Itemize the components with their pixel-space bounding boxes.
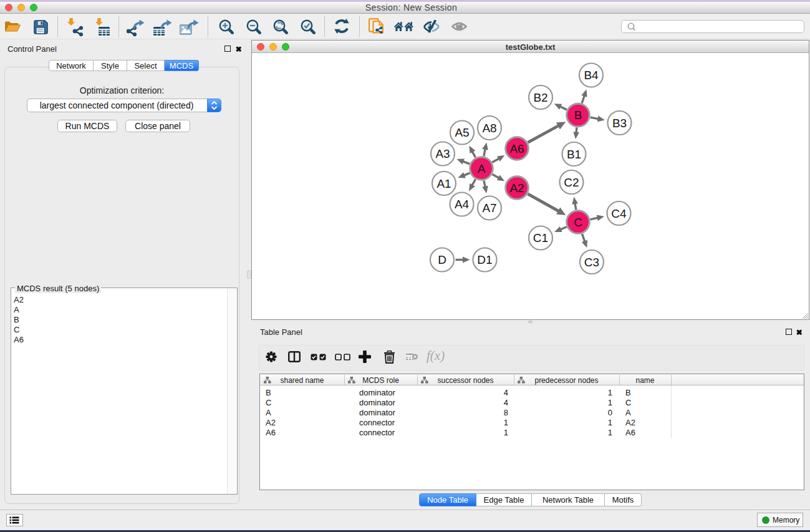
svg-text:D1: D1 (477, 253, 492, 266)
svg-text:A2: A2 (509, 181, 524, 195)
svg-text:A8: A8 (482, 122, 496, 135)
svg-text:C1: C1 (533, 231, 548, 244)
svg-text:B3: B3 (612, 117, 627, 130)
svg-text:A1: A1 (436, 177, 451, 190)
svg-text:B2: B2 (533, 91, 547, 104)
svg-text:A3: A3 (435, 147, 450, 160)
svg-text:C3: C3 (584, 256, 599, 269)
svg-text:A4: A4 (455, 198, 470, 211)
svg-text:A: A (478, 162, 486, 175)
svg-text:B1: B1 (567, 148, 581, 161)
svg-text:C: C (574, 216, 582, 229)
svg-text:B4: B4 (584, 69, 599, 82)
svg-text:A5: A5 (455, 126, 469, 139)
svg-text:D: D (438, 253, 446, 266)
svg-text:A7: A7 (482, 201, 496, 215)
svg-text:B: B (574, 109, 582, 122)
svg-text:C4: C4 (611, 207, 627, 220)
svg-text:C2: C2 (564, 176, 579, 189)
svg-text:A6: A6 (509, 142, 524, 155)
